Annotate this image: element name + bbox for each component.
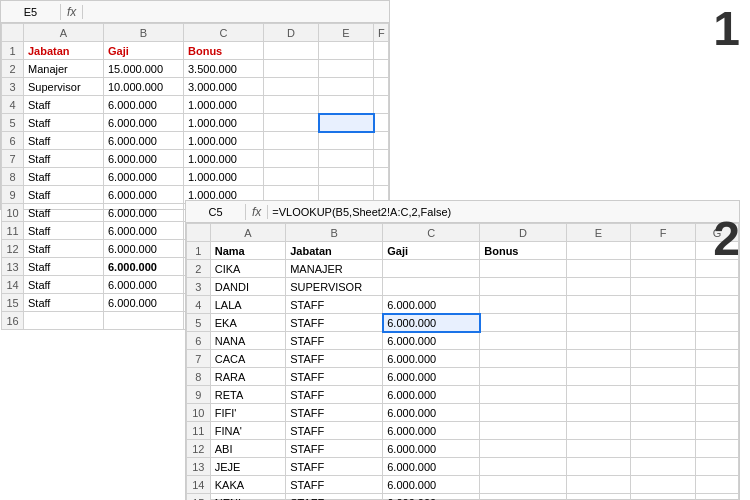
cell-gaji[interactable] [383, 260, 480, 278]
cell-f[interactable] [631, 242, 696, 260]
cell-e[interactable] [319, 114, 374, 132]
cell-e[interactable] [319, 168, 374, 186]
cell-bonus[interactable] [480, 422, 566, 440]
cell-jabatan[interactable]: Staff [24, 96, 104, 114]
cell-e[interactable] [566, 368, 631, 386]
cell-g[interactable] [695, 404, 738, 422]
cell-f[interactable] [374, 150, 389, 168]
sheet2-namebox[interactable]: C5 [186, 204, 246, 220]
cell-d[interactable] [264, 114, 319, 132]
cell-nama[interactable]: CACA [210, 350, 285, 368]
cell-e[interactable] [319, 78, 374, 96]
cell-d[interactable] [264, 42, 319, 60]
cell-bonus[interactable]: 1.000.000 [184, 132, 264, 150]
cell-f[interactable] [631, 296, 696, 314]
cell-bonus[interactable] [480, 350, 566, 368]
cell-f[interactable] [631, 440, 696, 458]
cell-gaji[interactable]: 6.000.000 [104, 132, 184, 150]
cell-bonus[interactable]: Bonus [184, 42, 264, 60]
cell-e[interactable] [566, 278, 631, 296]
cell-e[interactable] [566, 350, 631, 368]
cell-gaji[interactable]: 6.000.000 [383, 332, 480, 350]
cell-jabatan[interactable]: SUPERVISOR [286, 278, 383, 296]
cell-jabatan[interactable]: STAFF [286, 296, 383, 314]
cell-e[interactable] [566, 314, 631, 332]
cell-nama[interactable]: CIKA [210, 260, 285, 278]
cell-e[interactable] [566, 332, 631, 350]
cell-g[interactable] [695, 422, 738, 440]
cell-jabatan[interactable]: Staff [24, 204, 104, 222]
cell-gaji[interactable]: 6.000.000 [104, 294, 184, 312]
sheet1-formula[interactable] [83, 10, 389, 14]
cell-f[interactable] [631, 368, 696, 386]
cell-bonus[interactable] [480, 278, 566, 296]
cell-gaji[interactable]: 6.000.000 [383, 368, 480, 386]
cell-gaji[interactable]: 6.000.000 [104, 96, 184, 114]
cell-f[interactable] [631, 458, 696, 476]
cell-bonus[interactable]: 3.500.000 [184, 60, 264, 78]
col-header-f[interactable]: F [374, 24, 389, 42]
cell-bonus[interactable]: 1.000.000 [184, 168, 264, 186]
cell-jabatan[interactable]: STAFF [286, 476, 383, 494]
cell-bonus[interactable]: 1.000.000 [184, 150, 264, 168]
cell-jabatan[interactable]: Staff [24, 240, 104, 258]
cell-f[interactable] [374, 60, 389, 78]
cell-gaji[interactable]: 6.000.000 [383, 386, 480, 404]
s2-col-header-c[interactable]: C [383, 224, 480, 242]
cell-f[interactable] [631, 404, 696, 422]
cell-nama[interactable]: FIFI' [210, 404, 285, 422]
cell-bonus[interactable] [480, 260, 566, 278]
cell-gaji[interactable]: 6.000.000 [383, 476, 480, 494]
cell-bonus[interactable]: 1.000.000 [184, 114, 264, 132]
cell-gaji[interactable]: 6.000.000 [383, 458, 480, 476]
cell-gaji[interactable]: 6.000.000 [104, 150, 184, 168]
cell-bonus[interactable]: 3.000.000 [184, 78, 264, 96]
cell-gaji[interactable]: 6.000.000 [104, 186, 184, 204]
cell-gaji[interactable]: 6.000.000 [104, 258, 184, 276]
cell-jabatan[interactable]: Staff [24, 186, 104, 204]
cell-gaji[interactable]: 15.000.000 [104, 60, 184, 78]
s2-col-header-e[interactable]: E [566, 224, 631, 242]
cell-jabatan[interactable]: STAFF [286, 314, 383, 332]
cell-bonus[interactable] [480, 386, 566, 404]
cell-nama[interactable]: FINA' [210, 422, 285, 440]
cell-f[interactable] [631, 386, 696, 404]
cell-gaji[interactable]: 6.000.000 [383, 422, 480, 440]
cell-g[interactable] [695, 368, 738, 386]
cell-nama[interactable]: JEJE [210, 458, 285, 476]
cell-f[interactable] [631, 332, 696, 350]
cell-gaji[interactable] [383, 278, 480, 296]
cell-gaji[interactable]: 6.000.000 [104, 168, 184, 186]
cell-gaji[interactable]: Gaji [383, 242, 480, 260]
cell-nama[interactable]: KAKA [210, 476, 285, 494]
cell-e[interactable] [566, 242, 631, 260]
cell-g[interactable] [695, 386, 738, 404]
cell-gaji[interactable]: Gaji [104, 42, 184, 60]
cell-jabatan[interactable]: STAFF [286, 350, 383, 368]
cell-nama[interactable]: RARA [210, 368, 285, 386]
cell-nama[interactable]: LALA [210, 296, 285, 314]
cell-f[interactable] [374, 168, 389, 186]
cell-g[interactable] [695, 494, 738, 501]
cell-jabatan[interactable]: Staff [24, 222, 104, 240]
cell-d[interactable] [264, 96, 319, 114]
cell-f[interactable] [374, 96, 389, 114]
cell-e[interactable] [566, 440, 631, 458]
cell-d[interactable] [264, 168, 319, 186]
cell-jabatan[interactable]: Staff [24, 132, 104, 150]
cell-jabatan[interactable]: Jabatan [286, 242, 383, 260]
sheet2-formula[interactable]: =VLOOKUP(B5,Sheet2!A:C,2,False) [268, 204, 739, 220]
cell-nama[interactable]: DANDI [210, 278, 285, 296]
col-header-c[interactable]: C [184, 24, 264, 42]
cell-f[interactable] [631, 278, 696, 296]
cell-jabatan[interactable]: STAFF [286, 458, 383, 476]
cell-bonus[interactable] [480, 296, 566, 314]
cell-f[interactable] [631, 260, 696, 278]
s2-col-header-d[interactable]: D [480, 224, 566, 242]
cell-bonus[interactable] [480, 476, 566, 494]
cell-jabatan[interactable]: Staff [24, 258, 104, 276]
cell-jabatan[interactable]: STAFF [286, 386, 383, 404]
cell-g[interactable] [695, 440, 738, 458]
cell-g[interactable] [695, 296, 738, 314]
cell-f[interactable] [631, 476, 696, 494]
